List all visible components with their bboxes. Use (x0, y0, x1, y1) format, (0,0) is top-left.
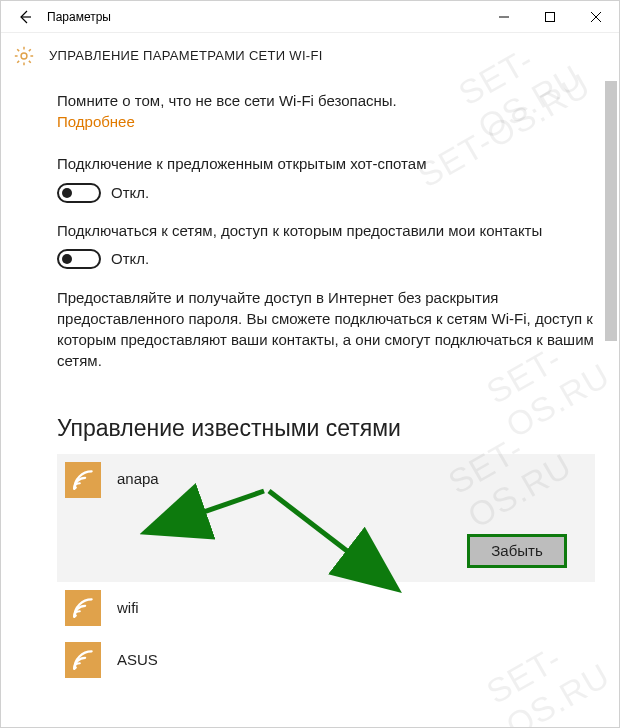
forget-button[interactable]: Забыть (467, 534, 567, 568)
network-name: ASUS (101, 651, 158, 668)
svg-point-7 (74, 614, 77, 617)
sharing-description: Предоставляйте и получайте доступ в Инте… (57, 287, 595, 371)
toggle-state: Откл. (111, 250, 149, 267)
network-item-wifi[interactable]: wifi (57, 582, 595, 634)
page-title: УПРАВЛЕНИЕ ПАРАМЕТРАМИ СЕТИ WI-FI (35, 48, 323, 63)
close-button[interactable] (573, 1, 619, 33)
setting-contact-networks: Подключаться к сетям, доступ к которым п… (57, 221, 595, 269)
scrollbar-thumb[interactable] (605, 81, 617, 341)
wifi-icon (65, 590, 101, 626)
network-item-anapa[interactable]: anapa Забыть (57, 454, 595, 582)
content-area: Помните о том, что не все сети Wi-Fi без… (1, 79, 619, 727)
minimize-icon (499, 12, 509, 22)
setting-label: Подключение к предложенным открытым хот-… (57, 154, 595, 174)
gear-icon (13, 45, 35, 67)
svg-rect-2 (546, 12, 555, 21)
setting-open-hotspots: Подключение к предложенным открытым хот-… (57, 154, 595, 202)
close-icon (591, 12, 601, 22)
setting-label: Подключаться к сетям, доступ к которым п… (57, 221, 595, 241)
titlebar: Параметры (1, 1, 619, 33)
page-header: УПРАВЛЕНИЕ ПАРАМЕТРАМИ СЕТИ WI-FI (1, 33, 619, 79)
network-name: anapa (101, 462, 159, 487)
window-title: Параметры (43, 10, 111, 24)
safety-note: Помните о том, что не все сети Wi-Fi без… (57, 91, 595, 111)
vertical-scrollbar[interactable] (605, 79, 617, 719)
learn-more-link[interactable]: Подробнее (57, 113, 135, 130)
arrow-left-icon (17, 9, 33, 25)
network-item-asus[interactable]: ASUS (57, 634, 595, 686)
back-button[interactable] (7, 1, 43, 33)
network-name: wifi (101, 599, 139, 616)
toggle-state: Откл. (111, 184, 149, 201)
wifi-icon (65, 642, 101, 678)
svg-point-8 (74, 666, 77, 669)
window-controls (481, 1, 619, 33)
maximize-button[interactable] (527, 1, 573, 33)
toggle-contact-networks[interactable] (57, 249, 101, 269)
maximize-icon (545, 12, 555, 22)
svg-point-5 (21, 53, 27, 59)
known-networks-title: Управление известными сетями (57, 415, 595, 442)
wifi-icon (65, 462, 101, 498)
minimize-button[interactable] (481, 1, 527, 33)
svg-point-6 (74, 486, 77, 489)
toggle-open-hotspots[interactable] (57, 183, 101, 203)
